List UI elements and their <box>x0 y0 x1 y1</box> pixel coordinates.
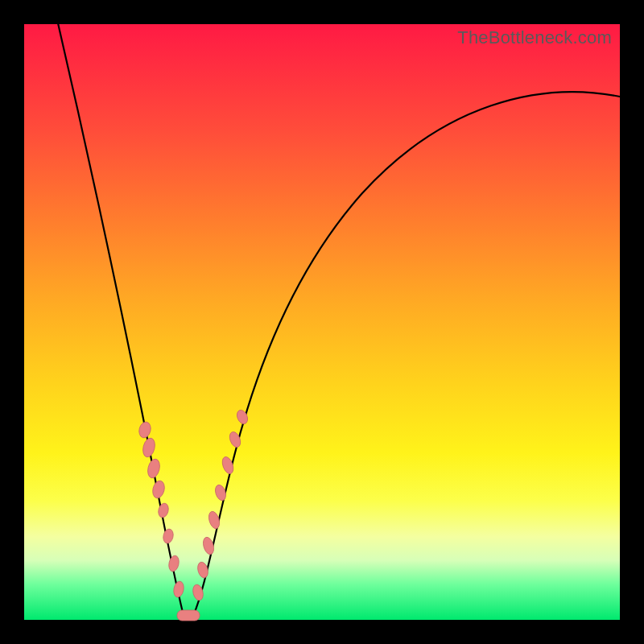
curve-left-branch <box>56 16 184 616</box>
chart-svg <box>24 24 620 620</box>
marker-bottom-pill <box>177 610 200 621</box>
chart-frame: TheBottleneck.com <box>24 24 620 620</box>
svg-point-5 <box>162 528 175 544</box>
markers-right <box>192 408 250 601</box>
svg-point-6 <box>167 555 180 572</box>
curve-right-branch <box>193 92 620 616</box>
markers-left <box>138 421 185 598</box>
svg-point-11 <box>207 510 221 530</box>
svg-point-10 <box>201 536 216 555</box>
svg-point-1 <box>141 437 156 459</box>
svg-point-12 <box>213 484 228 502</box>
svg-point-2 <box>146 458 161 480</box>
svg-point-3 <box>151 480 167 500</box>
svg-point-4 <box>157 502 170 518</box>
svg-point-0 <box>138 421 152 440</box>
svg-point-7 <box>172 580 185 598</box>
svg-point-9 <box>196 561 210 579</box>
